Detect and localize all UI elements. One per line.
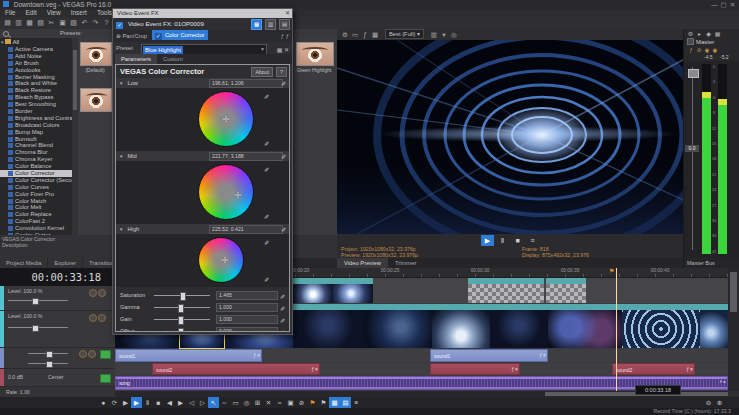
fx-list-item[interactable]: Color Corrector (Secondary) [0,177,72,184]
preset-combobox[interactable]: Blue Highlight ▼ [141,44,267,55]
preset-thumbnail[interactable]: (Default) [80,42,110,73]
slider-handle[interactable] [178,304,184,313]
fx-list-item[interactable]: Bleach Bypass [0,94,72,101]
window-control-button[interactable]: ✕ [728,0,737,9]
fx-list-item[interactable]: Bezier Masking [0,74,72,81]
menu-item[interactable]: File [0,9,20,17]
color-eyedropper-icon[interactable]: ✎ [264,276,269,283]
split-screen-icon[interactable]: ▥ [429,29,439,40]
wheel-crosshair[interactable] [234,191,241,198]
slider-value-field[interactable]: 0.000 [216,327,278,332]
fx-list-item[interactable]: Border [0,108,72,115]
auto-ripple-toggle[interactable]: ≈ [274,397,285,408]
tab-parameters[interactable]: Parameters [115,54,157,64]
fx-list-item[interactable]: Bump Map [0,129,72,136]
project-properties-icon[interactable]: ▧ [35,17,46,29]
plugin-enable-checkbox[interactable]: ✓ [155,33,162,40]
slider-value-field[interactable]: 1.000 [216,303,278,312]
video-event[interactable] [546,278,586,303]
new-project-icon[interactable]: ▤ [2,17,13,29]
cut-icon[interactable]: ✂ [46,17,57,29]
preview-play-button[interactable]: ▶ [481,235,494,246]
menu-item[interactable]: Insert [66,9,92,17]
collapse-icon[interactable]: ▼ [119,227,123,232]
audio-event[interactable]: ƒ ≡ [430,363,520,375]
fx-list-item[interactable]: Burnsoft [0,136,72,143]
wheel-value-field[interactable]: 225.52; 0.421 [209,225,283,234]
grab-frame-icon[interactable]: ◎ [449,29,459,40]
dialog-title-bar[interactable]: Video Event FX ✕ [113,9,292,18]
color-eyedropper-icon[interactable]: ✎ [264,213,269,220]
audio-track-header-2[interactable]: 0.0 dB Center [0,369,115,387]
video-preview-button[interactable]: ▦ [329,397,340,408]
video-event[interactable] [333,278,373,303]
audio-event[interactable]: sound1 ƒ ≡ [115,349,262,362]
save-preset-icon[interactable]: ▦ [277,47,283,53]
prev-frame-button[interactable]: ◁ [186,397,197,408]
ignore-grouping-toggle[interactable]: ⊘ [296,397,307,408]
audio-event[interactable]: sound2 ƒ ≡ [152,363,320,375]
master-fader-handle[interactable] [688,69,699,78]
fx-list-item-color-corrector[interactable]: Color Corrector [0,170,72,177]
preview-stop-button[interactable]: ■ [511,235,524,246]
copy-icon[interactable]: ▣ [57,17,68,29]
audio-event[interactable]: sound2 ƒ ≡ [612,363,695,375]
about-button[interactable]: About [251,67,273,77]
edit-tool-button[interactable]: ↖ [208,397,219,408]
preset-thumbnail[interactable] [80,88,110,113]
slider-handle[interactable] [180,292,186,301]
color-corrector-chip[interactable]: ✓Color Corrector [152,30,208,40]
video-event[interactable] [293,278,333,303]
fx-list-item[interactable]: Chroma Keyer [0,156,72,163]
menu-item[interactable]: View [42,9,66,17]
go-to-end-button[interactable]: ▶ [175,397,186,408]
record-arm-button[interactable] [100,374,111,383]
close-icon[interactable]: ✕ [285,9,290,18]
edit-details-button[interactable]: ≡ [351,397,362,408]
event-fx-icon[interactable]: ƒ ≡ [254,350,260,362]
zoom-out-timeline-icon[interactable]: ⊖ [703,397,714,408]
video-event[interactable] [363,304,432,348]
fx-list-item[interactable]: Color Replace [0,211,72,218]
audio-event[interactable]: sound1 ƒ ≡ [430,349,548,362]
insert-region-button[interactable]: ⚑ [318,397,329,408]
fx-list-item[interactable]: Broadcast Colors [0,122,72,129]
fx-list-item[interactable]: Chroma Blur [0,149,72,156]
mute-button[interactable] [79,350,87,358]
solo-button[interactable] [88,350,96,358]
video-event[interactable] [293,304,363,348]
tab-trimmer[interactable]: Trimmer [388,258,423,268]
video-event[interactable] [432,304,490,348]
solo-icon[interactable]: ◉ [703,46,711,54]
volume-value[interactable]: 0.0 dB [8,374,23,380]
video-track-header-1[interactable]: Level: 100.0 % [0,286,115,311]
complementary-eyedropper-icon[interactable]: ✎ [264,93,269,100]
fx-list-item[interactable]: Brightness and Contrast [0,115,72,122]
pan-value[interactable]: Center [48,374,64,380]
pause-button[interactable]: Ⅱ [142,397,153,408]
mute-button[interactable] [89,314,97,322]
slider-track[interactable] [154,331,210,332]
preview-pause-button[interactable]: Ⅱ [496,235,509,246]
preset-thumbnail[interactable]: Green Highlight [296,42,332,73]
solo-button[interactable] [98,289,106,297]
tab-master-bus[interactable]: Master Bus [684,258,739,268]
color-wheel[interactable] [198,237,244,283]
master-fx-icon[interactable]: ƒ [687,46,695,54]
play-button[interactable]: ▶ [131,397,142,408]
slider-handle[interactable] [178,316,184,325]
auto-crossfade-toggle[interactable]: ✕ [263,397,274,408]
loop-playback-button[interactable]: ⟳ [109,397,120,408]
fx-list-item[interactable]: Black and White [0,80,72,87]
dropdown-icon[interactable]: ▾ [439,29,449,40]
fx-list-item[interactable]: Color Match [0,198,72,205]
selection-tool-button[interactable]: ▭ [230,397,241,408]
insert-marker-button[interactable]: ⚑ [307,397,318,408]
fx-list-item[interactable]: Air Brush [0,60,72,67]
fx-bypass-icon[interactable]: ƒ [286,33,289,39]
fx-list-item[interactable]: Color Melt [0,204,72,211]
next-frame-button[interactable]: ▷ [197,397,208,408]
envelope-tool-button[interactable]: ∼ [219,397,230,408]
video-event[interactable] [490,304,548,348]
fx-list-item[interactable]: Color Fixer Pro [0,191,72,198]
